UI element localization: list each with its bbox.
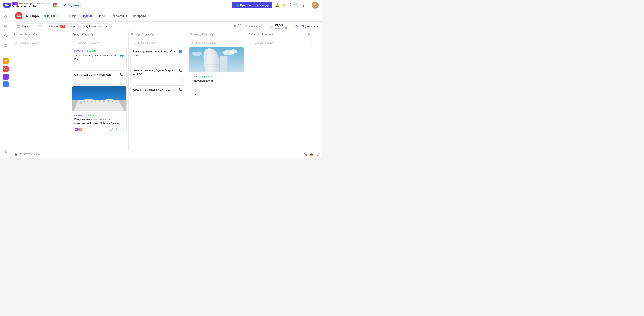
task-proj-innovation: Планы [192,75,199,78]
svg-rect-31 [99,100,100,101]
filter-sort-btn[interactable] [36,24,44,29]
apps-icon[interactable]: ⋮⋮ [302,3,309,8]
add-task-friday[interactable]: + Добавить задачу [189,40,244,46]
task-phaeno-actions: 💬 📎 [110,128,124,132]
add-task-tuesday[interactable]: + Добавить задачу [13,40,68,46]
nav-overview[interactable]: Обзор [65,13,78,19]
add-task-sunday[interactable]: + [306,40,320,46]
task-designers-call[interactable]: Звонок с командой дизайнеров по PSC 📞 [130,66,186,84]
date-sub: 19 дек. 2023 [274,26,287,29]
day-wednesday-tasks: + Добавить задачу Проекты > В работе AD … [70,38,128,150]
tasks-check-icon: ✓ [64,3,66,7]
day-thursday: Четверг, 21 декабря + Добавить задачу По… [128,31,188,150]
task-studio-gang-label: Показ проекта Studio Gang: Mira Tower [133,50,177,57]
projects-label: Пр... [4,54,8,56]
sidebar-circle-icon[interactable] [2,22,10,30]
task-studio-gang-header: Показ проекта Studio Gang: Mira Tower 👥 [133,50,183,57]
sidebar-folder-icon[interactable] [2,41,10,49]
nav-tasks[interactable]: Задачи [80,13,94,19]
task-cntr-label: Связаться с CNTR Architects [74,73,119,77]
menu-icon[interactable]: ☰ [47,3,51,8]
share-button[interactable]: Поделиться [302,25,318,28]
task-avatar-1: А [74,127,79,132]
svg-rect-9 [6,150,7,151]
add-filter-icon: ⊕ [83,25,85,28]
apps-grid-icon[interactable] [52,3,57,8]
task-nhow-amsterdam[interactable]: Проекты > В работе AD по проекту Nhow Am… [72,47,127,69]
invite-button[interactable]: 👥 Пригласить команду [232,2,272,8]
sort-label: По типу [249,24,260,28]
workspace-name: Digital agency Lite [12,5,45,8]
date-picker-btn[interactable]: 19 дек. 19 дек. 2023 [270,24,287,29]
date-prev-btn[interactable]: ‹ [264,24,268,29]
task-designers-checkbox[interactable] [179,78,183,82]
task-phaeno[interactable]: Планы > В работе Подготовить маркетингов… [72,86,127,134]
status-label: В работе [47,14,58,18]
add-icon-friday: + [190,40,195,45]
status-badge[interactable]: В работе [42,14,60,18]
svg-line-5 [6,18,7,18]
help-icon[interactable]: ? [289,3,292,7]
sidebar-search-icon[interactable] [2,13,10,20]
expand-btn[interactable]: ⛶ [315,152,318,156]
task-studio-gang-checkbox[interactable] [179,58,183,62]
task-breadcrumb-nhow: Проекты > В работе [74,50,124,52]
task-next-2024-checkbox[interactable] [179,93,183,97]
projects-filter[interactable]: Проекты: АБ А. Бюро [46,24,78,29]
task-innovation-checkbox[interactable] [238,84,241,88]
tasks-breadcrumb[interactable]: ✓ Задачи [61,2,82,8]
delete-btn[interactable]: 🗑 [304,152,308,156]
add-task-thursday[interactable]: + Добавить задачу [130,40,186,46]
task-cntr[interactable]: Связаться с CNTR Architects 📞 [72,70,127,84]
export-btn[interactable]: 📤 [309,152,314,156]
search-topbar-icon[interactable]: 🔍 [294,3,299,8]
task-studio-gang[interactable]: Показ проекта Studio Gang: Mira Tower 👥 [130,47,186,65]
add-task-saturday[interactable]: + Добавить задачу [248,40,303,46]
sidebar-refresh-icon[interactable] [2,32,10,40]
svg-rect-3 [55,5,57,7]
task-next-2024[interactable]: Созвон - выставка NEXT 2024 📞 [130,86,186,100]
task-cntr-checkbox[interactable] [120,78,124,82]
settings-btn[interactable]: ⚙ [295,24,298,28]
task-innovation-tower[interactable]: Планы > В работе Innovation Tower [189,47,244,91]
task-cntr-phone-icon: 📞 [120,73,124,77]
week-selector[interactable]: Неделя › [14,24,34,29]
sidebar-item-b[interactable]: B [2,81,8,87]
day-thursday-header: Четверг, 21 декабря [128,31,187,38]
task-phaeno-checkbox[interactable] [120,128,124,132]
task-nhow-checkbox[interactable] [120,63,124,67]
day-sunday-tasks: + [305,38,322,150]
lite-badge: LITE [12,2,18,5]
toolbar-divider [243,24,244,28]
project-avatar: АБ [16,12,22,19]
svg-rect-32 [103,100,104,102]
sidebar-item-project1[interactable]: ЖС [2,58,8,64]
nav-settings[interactable]: Настройки [130,13,149,19]
folder-icon[interactable]: 📁 [282,3,287,8]
sidebar-add-icon[interactable] [2,148,10,156]
svg-rect-28 [86,100,88,102]
user-avatar[interactable]: У [312,2,318,8]
svg-rect-30 [95,100,96,102]
date-next-btn[interactable]: › [288,24,294,29]
add-task-wednesday[interactable]: + Добавить задачу [72,40,127,46]
add-filter-btn[interactable]: ⊕ Добавить фильтр [80,24,109,29]
sidebar-bottom [2,148,10,156]
nav-ideas[interactable]: Идеи [95,13,107,19]
invite-label: Пригласить команду [240,4,269,7]
nav-apps[interactable]: Приложения [108,13,130,19]
notifications-icon[interactable]: 🔔 [275,3,280,8]
sidebar-item-p[interactable]: P [2,74,8,80]
svg-rect-33 [108,100,109,102]
sidebar-item-ab[interactable]: АБ [2,66,8,72]
logo-area: DA LITE Рабочее пространство Digital age… [4,2,51,8]
grid-view-btn[interactable]: ⊞ [234,24,236,28]
fullscreen-btn[interactable]: ⛶ [238,24,242,28]
add-icon-tuesday: + [14,40,18,45]
task-designers-call-header: Звонок с командой дизайнеров по PSC 📞 [133,68,183,76]
task-phaeno-avatars: А Б [74,127,83,132]
add-icon-wednesday: + [73,40,77,45]
mouse-cursor: ↖ [194,93,197,97]
status-dot [44,15,46,17]
sort-btn[interactable]: По типу [245,24,260,28]
